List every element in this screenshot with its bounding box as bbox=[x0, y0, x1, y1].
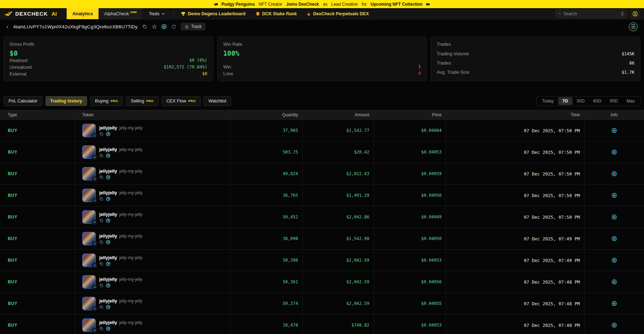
token-name[interactable]: jellyjelly bbox=[99, 212, 117, 217]
table-row[interactable]: BUY jellyjelly jelly-my-jelly 37,965 $1,… bbox=[0, 120, 644, 141]
time-filter-30d[interactable]: 30D bbox=[572, 97, 589, 105]
token-name[interactable]: jellyjelly bbox=[99, 298, 117, 304]
stat-value: 86 bbox=[629, 59, 634, 68]
solana-badge-icon bbox=[92, 241, 97, 246]
bubblemap-icon[interactable] bbox=[106, 283, 110, 288]
bubblemap-icon[interactable] bbox=[106, 218, 110, 223]
info-bubblemap-icon[interactable] bbox=[612, 128, 617, 133]
bubblemap-icon[interactable] bbox=[106, 305, 110, 309]
token-name[interactable]: jellyjelly bbox=[99, 125, 117, 130]
table-row[interactable]: BUY jellyjelly jelly-my-jelly 38,098 $1,… bbox=[0, 228, 644, 250]
tab-pnl-calculator[interactable]: PnL Calculator bbox=[4, 96, 43, 106]
table-row[interactable]: BUY jellyjelly jelly-my-jelly 36,765 $1,… bbox=[0, 185, 644, 206]
info-bubblemap-icon[interactable] bbox=[612, 236, 617, 241]
stat-label: External bbox=[10, 71, 27, 77]
copy-token-address-icon[interactable] bbox=[99, 283, 103, 288]
quantity-value: 50,396 bbox=[283, 258, 298, 263]
back-button[interactable]: ‹ bbox=[6, 23, 9, 30]
time-filter-today[interactable]: Today bbox=[538, 97, 558, 105]
token-name[interactable]: jellyjelly bbox=[99, 320, 117, 325]
banner-text: for bbox=[362, 2, 366, 7]
track-button[interactable]: Track bbox=[181, 23, 206, 30]
refresh-button[interactable] bbox=[171, 24, 176, 29]
time-value: 07 Dec 2025, 07:50 PM bbox=[524, 150, 580, 155]
account-button[interactable] bbox=[631, 9, 640, 18]
info-bubblemap-icon[interactable] bbox=[612, 301, 617, 306]
copy-token-address-icon[interactable] bbox=[99, 197, 103, 201]
price-value: $0.04053 bbox=[421, 150, 442, 155]
bubblemap-icon[interactable] bbox=[106, 240, 110, 244]
table-row[interactable]: BUY jellyjelly jelly-my-jelly 50,396 $2,… bbox=[0, 250, 644, 271]
time-filter-90d[interactable]: 90D bbox=[605, 97, 622, 105]
nav-link-stake-rank[interactable]: DCK Stake Rank bbox=[251, 8, 302, 19]
time-filter-group: Today 7D 30D 60D 90D Max bbox=[536, 96, 640, 106]
token-image bbox=[82, 232, 96, 245]
banner-text: Pudgy Penguins bbox=[222, 2, 255, 7]
info-bubblemap-icon[interactable] bbox=[612, 215, 617, 219]
nav-tab-alphacheck[interactable]: AlphaChecknew bbox=[99, 8, 142, 19]
table-row[interactable]: BUY jellyjelly jelly-my-jelly 50,361 $2,… bbox=[0, 271, 644, 293]
nav-tools-dropdown[interactable]: Tools bbox=[142, 8, 171, 19]
table-row[interactable]: BUY jellyjelly jelly-my-jelly 49,824 $2,… bbox=[0, 163, 644, 185]
stat-value: $0 (0%) bbox=[189, 57, 207, 64]
nav-divider bbox=[173, 11, 174, 17]
table-row[interactable]: BUY jellyjelly jelly-my-jelly 50,374 $2,… bbox=[0, 293, 644, 314]
info-bubblemap-icon[interactable] bbox=[612, 171, 617, 176]
bubblemap-icon[interactable] bbox=[106, 154, 110, 158]
token-name[interactable]: jellyjelly bbox=[99, 277, 117, 282]
info-bubblemap-icon[interactable] bbox=[612, 279, 617, 284]
token-name[interactable]: jellyjelly bbox=[99, 168, 117, 174]
copy-token-address-icon[interactable] bbox=[99, 154, 103, 158]
token-name[interactable]: jellyjelly bbox=[99, 190, 117, 195]
tab-selling[interactable]: SellingPRO bbox=[126, 96, 159, 106]
stat-value: 1 bbox=[418, 63, 421, 70]
bubblemap-icon[interactable] bbox=[106, 262, 110, 266]
wallet-address[interactable]: 4tamLUvPY7s1WpnfX42uXkgF8gCg3Qre6ozXB6U7… bbox=[13, 24, 138, 29]
copy-token-address-icon[interactable] bbox=[99, 218, 103, 223]
solana-chain-button[interactable] bbox=[629, 22, 638, 31]
copy-token-address-icon[interactable] bbox=[99, 175, 103, 179]
bubblemap-icon[interactable] bbox=[106, 327, 110, 331]
copy-token-address-icon[interactable] bbox=[99, 262, 103, 266]
copy-address-button[interactable] bbox=[142, 24, 147, 29]
col-token: Token bbox=[75, 110, 231, 119]
time-filter-60d[interactable]: 60D bbox=[589, 97, 606, 105]
bubblemaps-button[interactable] bbox=[162, 24, 167, 29]
tab-buying[interactable]: BuyingPRO bbox=[90, 96, 123, 106]
col-time: Time bbox=[446, 110, 584, 119]
table-row[interactable]: BUY jellyjelly jelly-my-jelly 503.75 $20… bbox=[0, 141, 644, 163]
info-bubblemap-icon[interactable] bbox=[612, 323, 617, 328]
copy-token-address-icon[interactable] bbox=[99, 305, 103, 309]
time-value: 07 Dec 2025, 07:50 PM bbox=[524, 215, 580, 220]
info-bubblemap-icon[interactable] bbox=[612, 193, 617, 198]
token-name[interactable]: jellyjelly bbox=[99, 255, 117, 260]
solana-badge-icon bbox=[92, 155, 97, 160]
nav-link-perpetuals[interactable]: DexCheck Perpetuals DEX bbox=[302, 8, 374, 19]
token-name[interactable]: jellyjelly bbox=[99, 233, 117, 239]
dexcheck-logo[interactable]: DEXCHECKAI bbox=[4, 8, 57, 19]
time-filter-7d[interactable]: 7D bbox=[558, 97, 572, 105]
copy-token-address-icon[interactable] bbox=[99, 327, 103, 331]
copy-token-address-icon[interactable] bbox=[99, 240, 103, 244]
card-title: Win Rate bbox=[223, 41, 421, 47]
info-bubblemap-icon[interactable] bbox=[612, 150, 617, 155]
quantity-value: 503.75 bbox=[283, 150, 298, 155]
favorite-button[interactable] bbox=[152, 24, 157, 29]
tab-watchlist[interactable]: Watchlist bbox=[203, 96, 231, 106]
token-name[interactable]: jellyjelly bbox=[99, 147, 117, 152]
bubblemap-icon[interactable] bbox=[106, 175, 110, 179]
bubblemap-icon[interactable] bbox=[106, 197, 110, 201]
search-input[interactable] bbox=[564, 11, 618, 16]
table-row[interactable]: BUY jellyjelly jelly-my-jelly 18,478 $74… bbox=[0, 314, 644, 334]
time-filter-max[interactable]: Max bbox=[622, 97, 639, 105]
search-box[interactable]: / bbox=[555, 10, 627, 18]
nav-tab-analytics[interactable]: Analytics bbox=[67, 8, 99, 19]
info-bubblemap-icon[interactable] bbox=[612, 258, 617, 263]
stat-label: Trading Volume bbox=[437, 49, 469, 59]
tab-trading-history[interactable]: Trading history bbox=[45, 96, 87, 106]
bubblemap-icon[interactable] bbox=[106, 132, 110, 136]
nav-link-leaderboard[interactable]: Demo Degens Leaderboard bbox=[176, 8, 251, 19]
tab-cex-flow[interactable]: CEX FlowPRO bbox=[162, 96, 201, 106]
table-row[interactable]: BUY jellyjelly jelly-my-jelly 50,452 $2,… bbox=[0, 206, 644, 228]
copy-token-address-icon[interactable] bbox=[99, 132, 103, 136]
